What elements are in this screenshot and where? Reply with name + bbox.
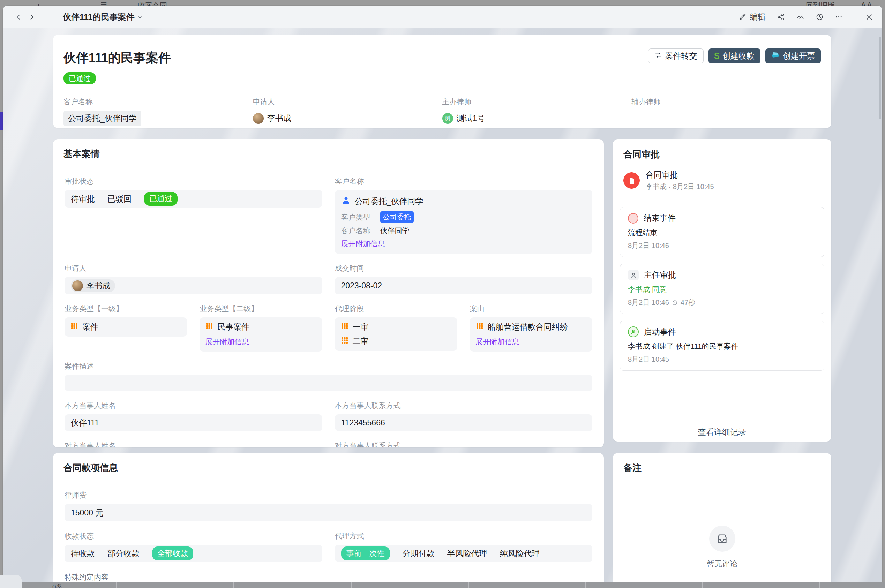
background-selection-indicator [0, 112, 3, 130]
customer-field-label: 客户名称 [335, 177, 592, 186]
start-event-person-icon [628, 326, 639, 337]
customer-name-sub-value: 伙伴同学 [380, 226, 410, 236]
contract-payment-card: 合同款项信息 律师费 15000 元 收款状态 待收款 部分收款 全部收款 代理… [53, 453, 604, 588]
option-awaiting-payment[interactable]: 待收款 [71, 548, 95, 559]
lawyer-fee-field[interactable]: 15000 元 [64, 504, 592, 521]
expand-extra-info-link[interactable]: 展开附加信息 [341, 239, 385, 249]
end-event-time: 8月2日 10:46 [628, 241, 669, 250]
approval-panel-title: 合同审批 [613, 139, 831, 162]
case-description-label: 案件描述 [64, 361, 592, 371]
forward-button[interactable] [25, 10, 38, 24]
more-icon[interactable] [835, 13, 843, 21]
start-event-title: 启动事件 [644, 326, 676, 337]
biz-type-1-field[interactable]: 案件 [64, 317, 187, 336]
create-invoice-button[interactable]: 创建开票 [765, 48, 821, 63]
agency-stage-label: 代理阶段 [335, 304, 458, 314]
agency-stage-field[interactable]: 一审 二审 [335, 317, 458, 351]
share-icon[interactable] [777, 13, 785, 21]
edit-label: 编辑 [750, 12, 766, 22]
biz-type-2-value: 民事案件 [218, 321, 249, 332]
timeline-event-start: 启动事件 李书成 创建了 伙伴111的民事案件 8月2日 10:45 [620, 321, 824, 371]
option-grid-icon [70, 322, 78, 332]
option-partial-payment[interactable]: 部分收款 [108, 548, 140, 559]
basic-case-card: 基本案情 审批状态 待审批 已驳回 已通过 客户名称 [53, 139, 604, 447]
cause-label: 案由 [470, 304, 592, 314]
assist-lawyer-value: - [632, 111, 821, 126]
agency-stage-value-1: 一审 [352, 321, 369, 332]
party-name-label: 本方当事人姓名 [64, 401, 322, 411]
agency-mode-field[interactable]: 事前一次性 分期付款 半风险代理 纯风险代理 [335, 545, 592, 562]
deal-date-label: 成交时间 [335, 263, 592, 273]
deal-date-field[interactable]: 2023-08-02 [335, 277, 592, 294]
quick-access-icon[interactable] [796, 13, 804, 21]
chevron-right-icon [28, 14, 35, 21]
party-name-field[interactable]: 伙伴111 [64, 414, 322, 431]
modal-titlebar: 伙伴111的民事案件 编辑 [3, 6, 882, 28]
close-icon[interactable] [866, 13, 873, 21]
view-detail-records-link[interactable]: 查看详细记录 [613, 423, 831, 441]
notes-title: 备注 [613, 453, 831, 481]
option-pure-risk[interactable]: 纯风险代理 [500, 548, 540, 559]
option-grid-icon [205, 322, 213, 332]
titlebar-divider [854, 12, 854, 22]
background-tab-label: 收案合同 ⌄ [138, 1, 175, 6]
create-receipt-button[interactable]: $ 创建收款 [708, 48, 760, 63]
menu-icon: ☰ [100, 1, 107, 6]
option-pending[interactable]: 待审批 [71, 194, 95, 204]
approval-flow-item[interactable]: 合同审批 李书成 · 8月2日 10:45 [613, 162, 831, 200]
transfer-arrows-icon [654, 51, 662, 61]
dollar-icon: $ [714, 51, 719, 62]
scrollbar-thumb[interactable] [879, 37, 881, 119]
option-full-payment-selected[interactable]: 全部收款 [152, 546, 193, 561]
opponent-contact-label: 对方当事人联系方式 [335, 441, 592, 447]
opponent-name-label: 对方当事人姓名 [64, 441, 322, 447]
background-app-topbar: ＋ ☰ 收案合同 ⌄ 回到旧版 A A [0, 0, 885, 6]
record-title-dropdown[interactable]: 伙伴111的民事案件 [63, 12, 142, 22]
party-contact-label: 本方当事人联系方式 [335, 401, 592, 411]
agency-stage-value-2: 二审 [352, 336, 369, 346]
expand-extra-info-link[interactable]: 展开附加信息 [476, 337, 519, 346]
cause-field[interactable]: 船舶营运借款合同纠纷 展开附加信息 [470, 317, 592, 351]
option-rejected[interactable]: 已驳回 [108, 194, 132, 204]
background-row-count: 0条 [52, 582, 63, 588]
customer-name-chip[interactable]: 公司委托_伙伴同学 [63, 111, 141, 126]
option-semi-risk[interactable]: 半风险代理 [447, 548, 488, 559]
option-approved-selected[interactable]: 已通过 [144, 192, 177, 206]
option-grid-icon [340, 336, 349, 346]
status-badge: 已通过 [63, 72, 96, 84]
person-icon [341, 195, 351, 207]
ticket-icon [771, 51, 780, 62]
biz-type-2-field[interactable]: 民事案件 展开附加信息 [200, 317, 322, 351]
approval-timeline: 结束事件 流程结束 8月2日 10:46 主任审批 李书成 同意 8月2日 10… [613, 200, 831, 371]
customer-record-field[interactable]: 公司委托_伙伴同学 客户类型 公司委托 客户名称 伙伴同学 展开附加信息 [335, 190, 592, 254]
applicant-field[interactable]: 李书成 [64, 277, 322, 294]
review-event-duration: 47秒 [681, 298, 695, 307]
applicant-chip-name: 李书成 [86, 280, 110, 291]
basic-case-title: 基本案情 [53, 139, 604, 167]
customer-type-tag: 公司委托 [380, 212, 414, 223]
inbox-icon [709, 526, 735, 552]
lead-lawyer-value: 测试1号 [457, 113, 485, 124]
applicant-person-chip[interactable]: 李书成 [71, 279, 115, 292]
option-installment[interactable]: 分期付款 [402, 548, 435, 559]
edit-button[interactable]: 编辑 [739, 12, 766, 22]
back-button[interactable] [12, 10, 25, 24]
review-event-time: 8月2日 10:46 [628, 298, 669, 307]
background-table-band [0, 582, 885, 588]
applicant-value: 李书成 [267, 113, 291, 124]
case-description-field[interactable] [64, 375, 592, 391]
history-clock-icon[interactable] [816, 13, 824, 21]
record-title: 伙伴111的民事案件 [63, 12, 134, 22]
approval-flow-meta: 李书成 · 8月2日 10:45 [646, 182, 714, 192]
approval-status-field[interactable]: 待审批 已驳回 已通过 [64, 190, 322, 207]
back-to-old-version-label: 回到旧版 [806, 1, 835, 6]
case-transfer-label: 案件转交 [665, 51, 698, 62]
plus-icon: ＋ [35, 1, 42, 6]
case-transfer-button[interactable]: 案件转交 [648, 48, 704, 63]
customer-record-name: 公司委托_伙伴同学 [355, 196, 423, 207]
party-contact-field[interactable]: 1123455666 [335, 414, 592, 431]
payment-status-field[interactable]: 待收款 部分收款 全部收款 [64, 545, 322, 562]
option-upfront-selected[interactable]: 事前一次性 [341, 546, 390, 561]
expand-extra-info-link[interactable]: 展开附加信息 [205, 337, 249, 346]
end-event-icon [628, 213, 638, 224]
